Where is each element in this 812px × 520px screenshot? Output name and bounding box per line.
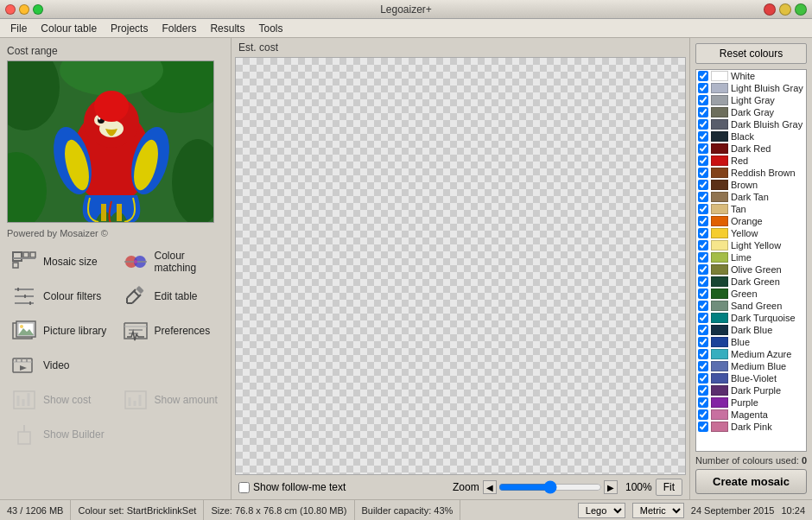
colour-item[interactable]: Blue [696, 336, 806, 348]
parrot-image [8, 61, 214, 223]
show-follow-me-checkbox[interactable] [238, 482, 250, 493]
colour-item[interactable]: Dark Purple [696, 384, 806, 396]
show-cost-icon [10, 388, 38, 412]
colour-checkbox[interactable] [698, 71, 708, 81]
status-memory: 43 / 1206 MB [7, 500, 71, 520]
colour-item[interactable]: Orange [696, 215, 806, 227]
colour-item[interactable]: Lime [696, 251, 806, 263]
colour-checkbox[interactable] [698, 385, 708, 396]
reset-colours-button[interactable]: Reset colours [695, 43, 807, 64]
colour-checkbox[interactable] [698, 397, 708, 408]
colour-item[interactable]: Medium Azure [696, 348, 806, 360]
colour-item[interactable]: Dark Turquoise [696, 312, 806, 324]
colour-item[interactable]: Dark Tan [696, 191, 806, 203]
menu-file[interactable]: File [3, 21, 34, 36]
colour-item[interactable]: Tan [696, 203, 806, 215]
show-builder-tool[interactable]: Show Builder [7, 420, 224, 449]
video-tool[interactable]: Video [7, 351, 113, 380]
menu-projects[interactable]: Projects [104, 21, 155, 36]
colour-checkbox[interactable] [698, 240, 708, 250]
preferences-tool[interactable]: Preferences [118, 316, 225, 346]
colour-item[interactable]: White [696, 70, 806, 82]
show-amount-tool[interactable]: Show amount [118, 385, 225, 415]
colour-checkbox[interactable] [698, 180, 708, 190]
colour-item[interactable]: Light Yellow [696, 239, 806, 251]
colour-checkbox[interactable] [698, 228, 708, 238]
tl-yellow [779, 3, 791, 16]
zoom-plus-button[interactable]: ▶ [604, 480, 618, 494]
colour-checkbox[interactable] [698, 349, 708, 359]
colour-item[interactable]: Brown [696, 179, 806, 191]
colour-checkbox[interactable] [698, 119, 708, 130]
colour-checkbox[interactable] [698, 409, 708, 420]
colour-checkbox[interactable] [698, 252, 708, 263]
colour-item[interactable]: Magenta [696, 409, 806, 421]
colour-item[interactable]: Light Bluish Gray [696, 82, 806, 94]
colour-checkbox[interactable] [698, 313, 708, 323]
colour-item[interactable]: Green [696, 288, 806, 300]
close-button[interactable] [5, 4, 16, 15]
colour-checkbox[interactable] [698, 422, 708, 432]
colour-item[interactable]: Dark Red [696, 143, 806, 155]
status-metric-dropdown[interactable]: Metric [632, 503, 684, 518]
status-mode-dropdown[interactable]: Lego [578, 503, 625, 518]
colour-item[interactable]: Red [696, 155, 806, 167]
maximize-button[interactable] [33, 4, 43, 15]
fit-button[interactable]: Fit [656, 479, 682, 496]
colour-item[interactable]: Yellow [696, 227, 806, 239]
colour-checkbox[interactable] [698, 143, 708, 154]
colour-checkbox[interactable] [698, 83, 708, 93]
colour-checkbox[interactable] [698, 131, 708, 142]
colour-checkbox[interactable] [698, 107, 708, 117]
colour-checkbox[interactable] [698, 95, 708, 105]
menu-results[interactable]: Results [203, 21, 251, 36]
colour-item[interactable]: Dark Green [696, 276, 806, 288]
colour-checkbox[interactable] [698, 337, 708, 347]
colour-swatch [711, 289, 728, 299]
colour-name: Magenta [731, 409, 768, 420]
colour-name: Reddish Brown [731, 168, 796, 178]
colour-checkbox[interactable] [698, 325, 708, 335]
colour-item[interactable]: Dark Bluish Gray [696, 118, 806, 130]
show-cost-tool[interactable]: Show cost [7, 385, 113, 415]
colour-checkbox[interactable] [698, 264, 708, 275]
picture-library-tool[interactable]: Picture library [7, 316, 113, 346]
menu-tools[interactable]: Tools [251, 21, 289, 36]
zoom-minus-button[interactable]: ◀ [483, 480, 497, 494]
colour-item[interactable]: Medium Blue [696, 360, 806, 372]
colour-item[interactable]: Dark Pink [696, 421, 806, 433]
edit-table-tool[interactable]: Edit table [118, 282, 225, 311]
menu-folders[interactable]: Folders [155, 21, 203, 36]
minimize-button[interactable] [19, 4, 29, 15]
colour-checkbox[interactable] [698, 289, 708, 299]
colour-checkbox[interactable] [698, 301, 708, 311]
colour-matching-label: Colour matching [155, 250, 221, 274]
colour-checkbox[interactable] [698, 361, 708, 371]
colour-item[interactable]: Dark Blue [696, 324, 806, 336]
show-follow-me-label: Show follow-me text [253, 481, 346, 493]
zoom-slider[interactable] [498, 480, 602, 494]
colour-checkbox[interactable] [698, 155, 708, 166]
colour-item[interactable]: Sand Green [696, 300, 806, 312]
menu-colour-table[interactable]: Colour table [34, 21, 104, 36]
colour-checkbox[interactable] [698, 204, 708, 214]
colour-item[interactable]: Purple [696, 396, 806, 409]
colour-checkbox[interactable] [698, 192, 708, 202]
mosaic-size-tool[interactable]: Mosaic size [7, 247, 113, 276]
colour-name: Green [731, 289, 758, 299]
colour-item[interactable]: Black [696, 130, 806, 143]
colour-checkbox[interactable] [698, 373, 708, 384]
left-panel: Cost range [0, 38, 232, 499]
colour-checkbox[interactable] [698, 216, 708, 226]
colour-item[interactable]: Blue-Violet [696, 372, 806, 384]
colour-checkbox[interactable] [698, 168, 708, 178]
colour-item[interactable]: Reddish Brown [696, 167, 806, 179]
colour-filters-tool[interactable]: Colour filters [7, 282, 113, 311]
colour-checkbox[interactable] [698, 276, 708, 287]
create-mosaic-button[interactable]: Create mosaic [695, 469, 807, 494]
colour-item[interactable]: Olive Green [696, 263, 806, 276]
colour-item[interactable]: Light Gray [696, 94, 806, 106]
colour-matching-tool[interactable]: Colour matching [118, 247, 225, 276]
colour-item[interactable]: Dark Gray [696, 106, 806, 118]
colour-swatch [711, 422, 728, 432]
